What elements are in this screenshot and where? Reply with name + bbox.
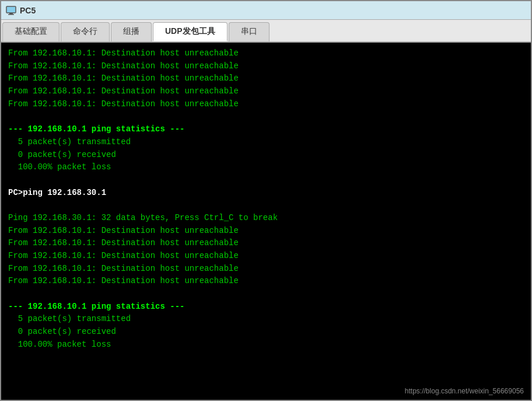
main-window: PC5 基础配置 命令行 组播 UDP发包工具 串口 From 192.168.… [0, 0, 532, 401]
tab-command-line[interactable]: 命令行 [61, 22, 110, 41]
tab-serial[interactable]: 串口 [229, 22, 270, 41]
svg-rect-2 [8, 14, 14, 15]
tab-basic-config[interactable]: 基础配置 [2, 22, 60, 41]
terminal-area[interactable]: From 192.168.10.1: Destination host unre… [1, 43, 531, 400]
watermark: https://blog.csdn.net/weixin_56669056 [405, 387, 524, 395]
tab-bar: 基础配置 命令行 组播 UDP发包工具 串口 [1, 20, 531, 43]
window-title: PC5 [20, 6, 36, 15]
terminal-output: From 192.168.10.1: Destination host unre… [1, 43, 531, 356]
pc-icon [6, 5, 16, 16]
svg-rect-1 [9, 13, 13, 14]
tab-multicast[interactable]: 组播 [111, 22, 152, 41]
title-bar: PC5 [1, 1, 531, 20]
svg-rect-0 [6, 6, 16, 13]
tab-udp-tool[interactable]: UDP发包工具 [153, 22, 228, 41]
